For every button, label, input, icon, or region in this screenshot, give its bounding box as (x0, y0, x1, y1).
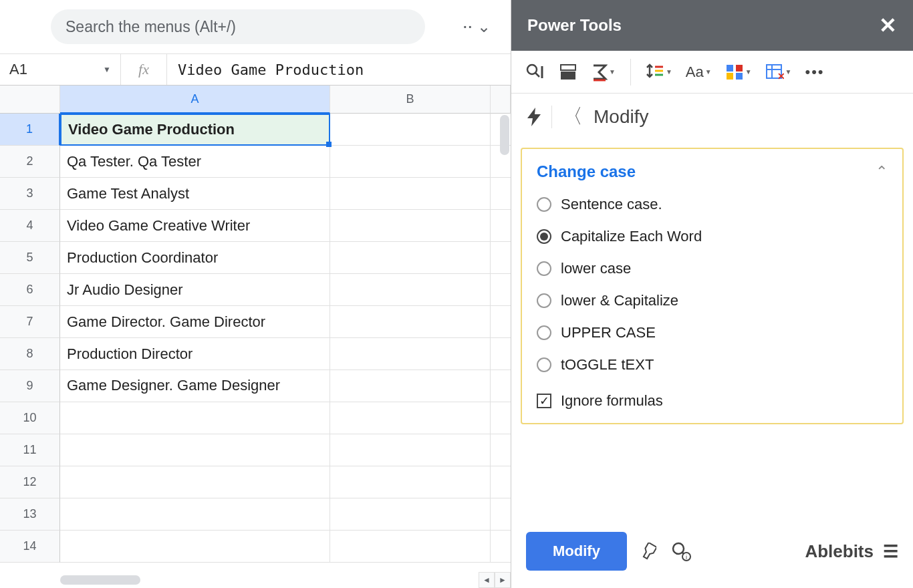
case-option[interactable]: UPPER CASE (537, 324, 888, 341)
dropdown-icon: ▼ (785, 68, 792, 76)
cell[interactable] (330, 338, 491, 370)
dropdown-icon: ▼ (705, 68, 712, 76)
row-header[interactable]: 2 (0, 146, 60, 178)
cell[interactable]: Production Coordinator (60, 242, 330, 274)
search-placeholder: Search the menus (Alt+/) (66, 18, 236, 36)
case-option[interactable]: Sentence case. (537, 196, 888, 213)
cell[interactable] (330, 274, 491, 306)
row-header[interactable]: 3 (0, 178, 60, 210)
close-icon[interactable]: ✕ (879, 13, 897, 38)
row-header[interactable]: 13 (0, 498, 60, 531)
row-header[interactable]: 11 (0, 434, 60, 466)
row-header[interactable]: 12 (0, 466, 60, 498)
toolbar-overflow[interactable]: ·· ⌄ (463, 17, 491, 36)
radio-icon (537, 293, 551, 308)
case-option[interactable]: Capitalize Each Word (537, 228, 888, 245)
ignore-formulas-checkbox[interactable]: ✓ Ignore formulas (537, 392, 888, 410)
hscroll-thumb[interactable] (60, 575, 140, 585)
cell[interactable] (330, 146, 491, 178)
name-box[interactable]: A1 ▼ (0, 61, 120, 78)
scroll-right-button[interactable]: ► (495, 572, 511, 588)
row-header[interactable]: 7 (0, 306, 60, 338)
modify-button[interactable]: Modify (526, 532, 627, 571)
radio-icon (537, 325, 551, 340)
cell[interactable]: Game Designer. Game Designer (60, 370, 330, 402)
row-header[interactable]: 9 (0, 370, 60, 402)
scroll-thumb[interactable] (500, 115, 509, 155)
case-option[interactable]: tOGGLE tEXT (537, 356, 888, 374)
spreadsheet-pane: Search the menus (Alt+/) ·· ⌄ A1 ▼ fx Vi… (0, 0, 511, 588)
cell[interactable]: Video Game Production (60, 114, 330, 146)
cell[interactable]: Qa Tester. Qa Tester (60, 146, 330, 178)
radio-icon (537, 261, 551, 276)
cell[interactable] (60, 402, 330, 434)
select-all-cell[interactable] (0, 86, 60, 114)
menu-search-input[interactable]: Search the menus (Alt+/) (51, 9, 425, 44)
brand-label: Ablebits ☰ (805, 541, 898, 562)
cell[interactable] (330, 498, 491, 531)
panel-header[interactable]: Change case ⌃ (537, 162, 888, 181)
tool-sort-icon[interactable]: ▼ (643, 59, 675, 85)
row-header[interactable]: 6 (0, 274, 60, 306)
radio-icon (537, 197, 551, 212)
tool-more-icon[interactable]: ••• (802, 61, 827, 84)
info-icon[interactable]: i (671, 541, 691, 561)
tool-lookup-icon[interactable] (522, 59, 547, 85)
tool-split-icon[interactable]: ▼ (723, 61, 755, 84)
formula-input[interactable]: Video Game Production (167, 61, 511, 78)
case-option[interactable]: lower & Capitalize (537, 292, 888, 309)
cell[interactable] (330, 242, 491, 274)
option-label: Sentence case. (561, 196, 662, 213)
dropdown-icon: ▼ (666, 68, 672, 76)
cell[interactable] (330, 466, 491, 498)
tool-text-icon[interactable]: Aa ▼ (683, 61, 714, 84)
column-header-a[interactable]: A (60, 86, 330, 114)
cell[interactable] (330, 370, 491, 402)
tool-sigma-icon[interactable]: ▼ (589, 59, 618, 85)
back-icon[interactable]: 〈 (563, 103, 583, 130)
cell[interactable]: Video Game Creative Writer (60, 210, 330, 242)
row-header[interactable]: 14 (0, 531, 60, 563)
chevron-down-icon: ⌄ (477, 17, 491, 36)
row-header[interactable]: 1 (0, 114, 60, 146)
checkbox-label: Ignore formulas (561, 392, 663, 410)
spreadsheet-grid[interactable]: AB1Video Game Production2Qa Tester. Qa T… (0, 86, 511, 563)
column-header-b[interactable]: B (330, 86, 491, 114)
change-case-panel: Change case ⌃ Sentence case.Capitalize E… (521, 148, 904, 424)
dropdown-icon: ▼ (609, 68, 616, 76)
cell[interactable] (60, 531, 330, 563)
cell[interactable] (330, 178, 491, 210)
cell[interactable] (330, 306, 491, 338)
cell[interactable] (330, 402, 491, 434)
cell[interactable] (330, 210, 491, 242)
row-header[interactable]: 5 (0, 242, 60, 274)
row-header[interactable]: 4 (0, 210, 60, 242)
bolt-icon[interactable] (527, 108, 541, 126)
pin-icon[interactable] (642, 543, 656, 560)
cell[interactable] (330, 531, 491, 563)
cell[interactable]: Game Director. Game Director (60, 306, 330, 338)
cell[interactable] (60, 498, 330, 531)
tool-clear-icon[interactable]: ✕ ▼ (763, 61, 795, 84)
top-toolbar: Search the menus (Alt+/) ·· ⌄ (0, 0, 511, 53)
row-header[interactable]: 10 (0, 402, 60, 434)
cell[interactable] (60, 466, 330, 498)
radio-icon (537, 357, 551, 372)
cell[interactable] (330, 434, 491, 466)
case-option[interactable]: lower case (537, 260, 888, 277)
svg-text:i: i (686, 554, 687, 561)
vertical-scrollbar[interactable] (499, 114, 511, 568)
cell[interactable]: Game Test Analyst (60, 178, 330, 210)
cell[interactable]: Production Director (60, 338, 330, 370)
cell[interactable] (330, 114, 491, 146)
chevron-up-icon: ⌃ (876, 163, 888, 180)
option-label: lower case (561, 260, 631, 277)
power-tools-sidebar: Power Tools ✕ ▼ ▼ Aa ▼ ▼ ✕ ▼ (511, 0, 913, 588)
cell[interactable] (60, 434, 330, 466)
scroll-left-button[interactable]: ◄ (479, 572, 495, 588)
menu-icon[interactable]: ☰ (883, 541, 898, 562)
fx-icon[interactable]: fx (120, 54, 167, 85)
row-header[interactable]: 8 (0, 338, 60, 370)
tool-fill-icon[interactable] (555, 59, 581, 85)
cell[interactable]: Jr Audio Designer (60, 274, 330, 306)
